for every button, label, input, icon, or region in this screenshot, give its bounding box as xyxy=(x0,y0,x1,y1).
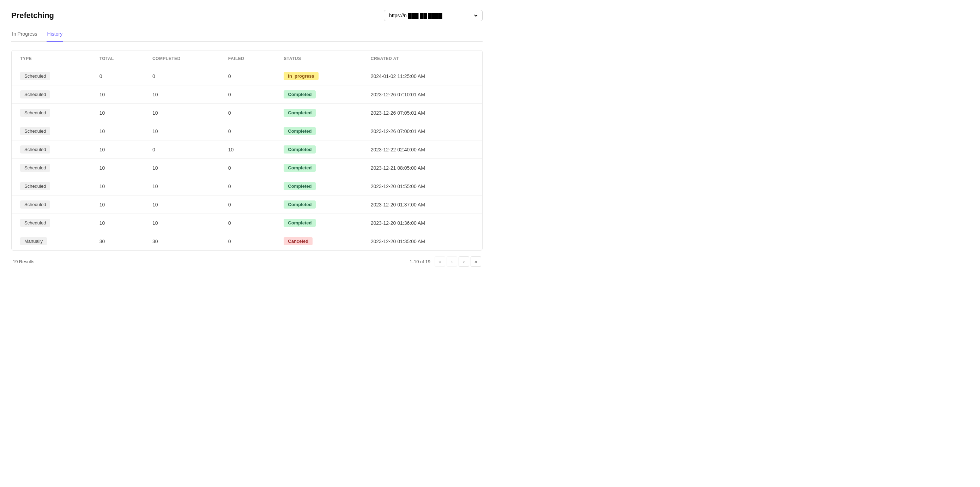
tab-in-progress[interactable]: In Progress xyxy=(11,28,38,41)
type-badge-3: Scheduled xyxy=(20,127,50,135)
cell-total-0: 0 xyxy=(91,67,144,85)
cell-total-8: 10 xyxy=(91,214,144,232)
table-footer: 19 Results 1-10 of 19 « ‹ › » xyxy=(11,251,483,267)
cell-completed-9: 30 xyxy=(144,232,220,251)
cell-type-4: Scheduled xyxy=(12,140,91,159)
cell-failed-6: 0 xyxy=(220,177,275,196)
cell-completed-7: 10 xyxy=(144,196,220,214)
prefetch-table: TYPE TOTAL COMPLETED FAILED STATUS CREAT… xyxy=(12,51,482,250)
cell-completed-4: 0 xyxy=(144,140,220,159)
url-selector[interactable]: https://n ███ ██ ████ xyxy=(384,10,483,21)
cell-type-0: Scheduled xyxy=(12,67,91,85)
tabs-row: In Progress History xyxy=(11,28,483,41)
url-select-input[interactable]: https://n ███ ██ ████ xyxy=(388,12,479,19)
cell-created-at-9: 2023-12-20 01:35:00 AM xyxy=(362,232,482,251)
cell-failed-7: 0 xyxy=(220,196,275,214)
type-badge-2: Scheduled xyxy=(20,109,50,117)
col-status: STATUS xyxy=(275,51,362,67)
cell-status-3: Completed xyxy=(275,122,362,140)
table-row: Scheduled 10 10 0 Completed 2023-12-26 0… xyxy=(12,122,482,140)
page-title: Prefetching xyxy=(11,11,54,20)
cell-created-at-5: 2023-12-21 08:05:00 AM xyxy=(362,159,482,177)
cell-type-9: Manually xyxy=(12,232,91,251)
cell-type-1: Scheduled xyxy=(12,85,91,104)
type-badge-1: Scheduled xyxy=(20,90,50,99)
cell-total-2: 10 xyxy=(91,104,144,122)
cell-completed-1: 10 xyxy=(144,85,220,104)
status-badge-7: Completed xyxy=(284,201,316,208)
cell-status-7: Completed xyxy=(275,196,362,214)
cell-type-6: Scheduled xyxy=(12,177,91,196)
cell-total-6: 10 xyxy=(91,177,144,196)
next-page-button[interactable]: › xyxy=(458,256,469,267)
cell-type-5: Scheduled xyxy=(12,159,91,177)
col-total: TOTAL xyxy=(91,51,144,67)
cell-total-5: 10 xyxy=(91,159,144,177)
table-row: Scheduled 10 10 0 Completed 2023-12-20 0… xyxy=(12,196,482,214)
status-badge-8: Completed xyxy=(284,219,316,227)
cell-failed-2: 0 xyxy=(220,104,275,122)
pagination-controls: 1-10 of 19 « ‹ › » xyxy=(410,256,481,267)
cell-status-5: Completed xyxy=(275,159,362,177)
type-badge-4: Scheduled xyxy=(20,145,50,153)
cell-created-at-6: 2023-12-20 01:55:00 AM xyxy=(362,177,482,196)
col-created-at: CREATED AT xyxy=(362,51,482,67)
col-completed: COMPLETED xyxy=(144,51,220,67)
cell-created-at-4: 2023-12-22 02:40:00 AM xyxy=(362,140,482,159)
table-header-row: TYPE TOTAL COMPLETED FAILED STATUS CREAT… xyxy=(12,51,482,67)
type-badge-9: Manually xyxy=(20,237,47,245)
status-badge-6: Completed xyxy=(284,182,316,190)
cell-completed-2: 10 xyxy=(144,104,220,122)
table-wrapper: TYPE TOTAL COMPLETED FAILED STATUS CREAT… xyxy=(11,50,483,251)
status-badge-2: Completed xyxy=(284,109,316,117)
type-badge-6: Scheduled xyxy=(20,182,50,190)
last-page-button[interactable]: » xyxy=(471,256,481,267)
cell-status-8: Completed xyxy=(275,214,362,232)
cell-created-at-3: 2023-12-26 07:00:01 AM xyxy=(362,122,482,140)
status-badge-4: Completed xyxy=(284,145,316,153)
table-row: Scheduled 10 10 0 Completed 2023-12-26 0… xyxy=(12,85,482,104)
cell-total-7: 10 xyxy=(91,196,144,214)
cell-failed-1: 0 xyxy=(220,85,275,104)
table-row: Scheduled 10 10 0 Completed 2023-12-21 0… xyxy=(12,159,482,177)
prev-page-button[interactable]: ‹ xyxy=(447,256,457,267)
cell-status-0: In_progress xyxy=(275,67,362,85)
cell-type-7: Scheduled xyxy=(12,196,91,214)
status-badge-0: In_progress xyxy=(284,72,318,80)
cell-type-8: Scheduled xyxy=(12,214,91,232)
type-badge-5: Scheduled xyxy=(20,164,50,172)
status-badge-5: Completed xyxy=(284,164,316,172)
col-failed: FAILED xyxy=(220,51,275,67)
type-badge-7: Scheduled xyxy=(20,201,50,208)
col-type: TYPE xyxy=(12,51,91,67)
cell-failed-8: 0 xyxy=(220,214,275,232)
type-badge-0: Scheduled xyxy=(20,72,50,80)
cell-completed-3: 10 xyxy=(144,122,220,140)
type-badge-8: Scheduled xyxy=(20,219,50,227)
table-row: Scheduled 10 10 0 Completed 2023-12-20 0… xyxy=(12,214,482,232)
results-count: 19 Results xyxy=(13,259,34,264)
status-badge-1: Completed xyxy=(284,90,316,99)
cell-type-2: Scheduled xyxy=(12,104,91,122)
table-row: Scheduled 10 10 0 Completed 2023-12-20 0… xyxy=(12,177,482,196)
cell-failed-0: 0 xyxy=(220,67,275,85)
cell-completed-8: 10 xyxy=(144,214,220,232)
table-row: Manually 30 30 0 Canceled 2023-12-20 01:… xyxy=(12,232,482,251)
table-row: Scheduled 10 0 10 Completed 2023-12-22 0… xyxy=(12,140,482,159)
tab-history[interactable]: History xyxy=(46,28,64,41)
cell-total-3: 10 xyxy=(91,122,144,140)
cell-total-1: 10 xyxy=(91,85,144,104)
cell-status-2: Completed xyxy=(275,104,362,122)
table-row: Scheduled 10 10 0 Completed 2023-12-26 0… xyxy=(12,104,482,122)
cell-created-at-8: 2023-12-20 01:36:00 AM xyxy=(362,214,482,232)
cell-failed-9: 0 xyxy=(220,232,275,251)
cell-completed-5: 10 xyxy=(144,159,220,177)
first-page-button[interactable]: « xyxy=(434,256,445,267)
cell-created-at-2: 2023-12-26 07:05:01 AM xyxy=(362,104,482,122)
cell-created-at-0: 2024-01-02 11:25:00 AM xyxy=(362,67,482,85)
cell-status-1: Completed xyxy=(275,85,362,104)
status-badge-3: Completed xyxy=(284,127,316,135)
cell-failed-3: 0 xyxy=(220,122,275,140)
cell-status-9: Canceled xyxy=(275,232,362,251)
pagination-info: 1-10 of 19 xyxy=(410,259,430,264)
